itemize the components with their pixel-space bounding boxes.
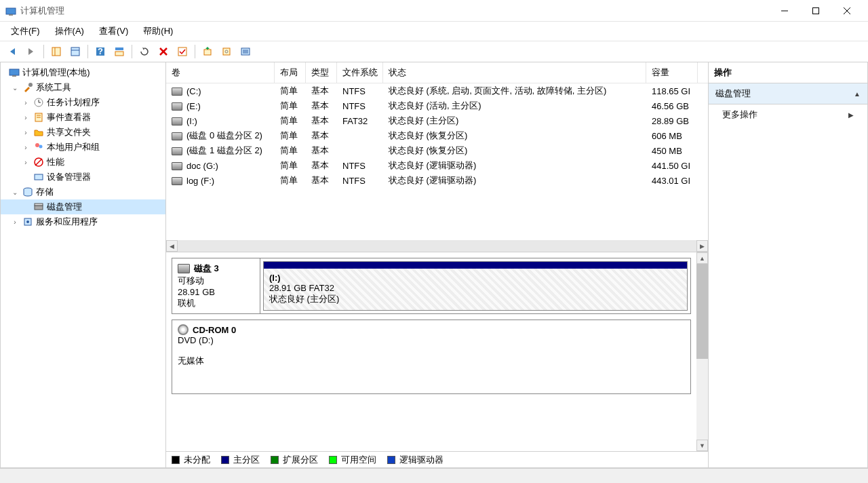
volume-list-header: 卷 布局 类型 文件系统 状态 容量 xyxy=(166,62,708,83)
collapse-icon[interactable]: ⌄ xyxy=(10,189,20,196)
scroll-down-button[interactable]: ▼ xyxy=(696,440,708,451)
device-icon xyxy=(33,172,44,182)
tree-root[interactable]: 计算机管理(本地) xyxy=(1,65,165,80)
disk-graphical-content[interactable]: 磁盘 3 可移动 28.91 GB 联机 (I:) 28.91 GB FAT32… xyxy=(166,252,696,451)
volume-icon xyxy=(172,117,182,125)
scroll-right-button[interactable]: ▶ xyxy=(696,240,708,252)
svg-rect-17 xyxy=(204,50,211,55)
column-status[interactable]: 状态 xyxy=(383,62,646,83)
svg-point-26 xyxy=(28,83,33,87)
horizontal-scrollbar[interactable]: ◀ ▶ xyxy=(166,240,708,252)
check-button[interactable] xyxy=(174,43,191,60)
properties-button[interactable] xyxy=(67,43,83,60)
partition-i[interactable]: (I:) 28.91 GB FAT32 状态良好 (主分区) xyxy=(263,261,688,311)
volume-icon xyxy=(172,88,182,96)
svg-rect-1 xyxy=(9,14,13,16)
disk-drive-icon xyxy=(178,264,190,273)
vertical-scrollbar[interactable]: ▲ ▼ xyxy=(696,252,708,451)
menu-help[interactable]: 帮助(H) xyxy=(136,22,180,40)
legend-swatch-primary xyxy=(221,456,229,464)
svg-text:?: ? xyxy=(98,46,103,56)
list-button[interactable] xyxy=(237,43,254,60)
volume-list-body[interactable]: (C:)简单基本NTFS状态良好 (系统, 启动, 页面文件, 活动, 故障转储… xyxy=(166,83,708,240)
performance-icon xyxy=(33,157,44,168)
back-button[interactable] xyxy=(4,43,20,60)
scroll-up-button[interactable]: ▲ xyxy=(696,252,708,264)
volume-row[interactable]: (磁盘 0 磁盘分区 2)简单基本状态良好 (恢复分区)606 MB xyxy=(166,128,708,143)
maximize-button[interactable] xyxy=(800,1,831,21)
scroll-thumb[interactable] xyxy=(696,264,708,359)
tree-systools[interactable]: ⌄ 系统工具 xyxy=(1,80,165,95)
tree-performance[interactable]: ›性能 xyxy=(1,155,165,170)
partition-header xyxy=(264,262,687,269)
disk-info: CD-ROM 0 DVD (D:) 无媒体 xyxy=(172,320,260,393)
disk-row-disk3[interactable]: 磁盘 3 可移动 28.91 GB 联机 (I:) 28.91 GB FAT32… xyxy=(172,258,691,314)
find-button[interactable] xyxy=(218,43,235,60)
svg-rect-12 xyxy=(115,47,123,50)
storage-icon xyxy=(22,187,33,197)
column-layout[interactable]: 布局 xyxy=(275,62,306,83)
tree-task-scheduler[interactable]: ›任务计划程序 xyxy=(1,95,165,110)
tree-shared-folders[interactable]: ›共享文件夹 xyxy=(1,125,165,140)
disk-graphical-view: 磁盘 3 可移动 28.91 GB 联机 (I:) 28.91 GB FAT32… xyxy=(166,252,708,451)
tools-icon xyxy=(22,82,33,93)
volume-row[interactable]: (E:)简单基本NTFS状态良好 (活动, 主分区)46.56 GB xyxy=(166,98,708,113)
main-content: 计算机管理(本地) ⌄ 系统工具 ›任务计划程序 ›事件查看器 ›共享文件夹 ›… xyxy=(0,62,868,468)
column-filesystem[interactable]: 文件系统 xyxy=(337,62,383,83)
tree-event-viewer[interactable]: ›事件查看器 xyxy=(1,110,165,125)
actions-more[interactable]: 更多操作 ▶ xyxy=(709,104,867,125)
column-type[interactable]: 类型 xyxy=(306,62,337,83)
svg-rect-40 xyxy=(35,204,43,206)
column-capacity[interactable]: 容量 xyxy=(646,62,698,83)
volume-icon xyxy=(172,147,182,155)
collapse-triangle-icon: ▲ xyxy=(854,90,861,98)
expand-icon[interactable]: › xyxy=(21,144,31,151)
expand-icon[interactable]: › xyxy=(21,99,31,107)
menu-action[interactable]: 操作(A) xyxy=(48,22,91,40)
tree-services[interactable]: › 服务和应用程序 xyxy=(1,214,165,229)
users-icon xyxy=(33,142,44,153)
volume-row[interactable]: doc (G:)简单基本NTFS状态良好 (逻辑驱动器)441.50 GI xyxy=(166,158,708,173)
tree-storage[interactable]: ⌄ 存储 xyxy=(1,185,165,199)
expand-icon[interactable]: › xyxy=(21,114,31,121)
column-volume[interactable]: 卷 xyxy=(166,62,275,83)
expand-icon[interactable]: › xyxy=(21,159,31,166)
minimize-button[interactable] xyxy=(769,1,800,21)
volume-row[interactable]: (磁盘 1 磁盘分区 2)简单基本状态良好 (恢复分区)450 MB xyxy=(166,143,708,158)
volume-row[interactable]: (C:)简单基本NTFS状态良好 (系统, 启动, 页面文件, 活动, 故障转储… xyxy=(166,83,708,98)
volume-row[interactable]: (I:)简单基本FAT32状态良好 (主分区)28.89 GB xyxy=(166,113,708,128)
tree-device-manager[interactable]: 设备管理器 xyxy=(1,170,165,185)
show-hide-tree-button[interactable] xyxy=(48,43,64,60)
delete-button[interactable] xyxy=(155,43,172,60)
computer-icon xyxy=(9,67,20,78)
collapse-icon[interactable]: ⌄ xyxy=(10,84,20,92)
close-button[interactable] xyxy=(831,1,863,21)
menu-file[interactable]: 文件(F) xyxy=(4,22,47,40)
scroll-track[interactable] xyxy=(178,240,696,252)
forward-button[interactable] xyxy=(23,43,39,60)
svg-rect-39 xyxy=(35,206,43,210)
svg-rect-0 xyxy=(6,8,16,14)
expand-icon[interactable]: › xyxy=(10,218,20,226)
scroll-track[interactable] xyxy=(696,264,708,440)
separator xyxy=(43,45,44,58)
settings-button[interactable] xyxy=(199,43,216,60)
volume-icon xyxy=(172,177,182,185)
tree-local-users[interactable]: ›本地用户和组 xyxy=(1,140,165,155)
navigation-tree[interactable]: 计算机管理(本地) ⌄ 系统工具 ›任务计划程序 ›事件查看器 ›共享文件夹 ›… xyxy=(0,62,166,468)
scroll-left-button[interactable]: ◀ xyxy=(166,240,178,252)
volume-icon xyxy=(172,102,182,111)
svg-rect-16 xyxy=(178,47,186,56)
menu-view[interactable]: 查看(V) xyxy=(92,22,135,40)
volume-row[interactable]: log (F:)简单基本NTFS状态良好 (逻辑驱动器)443.01 GI xyxy=(166,173,708,188)
legend-swatch-free xyxy=(329,456,337,464)
expand-icon[interactable]: › xyxy=(21,129,31,136)
disk-partitions xyxy=(260,320,690,393)
actions-section-diskmgmt[interactable]: 磁盘管理 ▲ xyxy=(709,83,867,104)
view-top-button[interactable] xyxy=(111,43,127,60)
separator xyxy=(87,45,88,58)
refresh-button[interactable] xyxy=(136,43,153,60)
help-button[interactable]: ? xyxy=(92,43,108,60)
tree-disk-management[interactable]: 磁盘管理 xyxy=(1,199,165,214)
disk-row-cdrom0[interactable]: CD-ROM 0 DVD (D:) 无媒体 xyxy=(172,320,691,394)
